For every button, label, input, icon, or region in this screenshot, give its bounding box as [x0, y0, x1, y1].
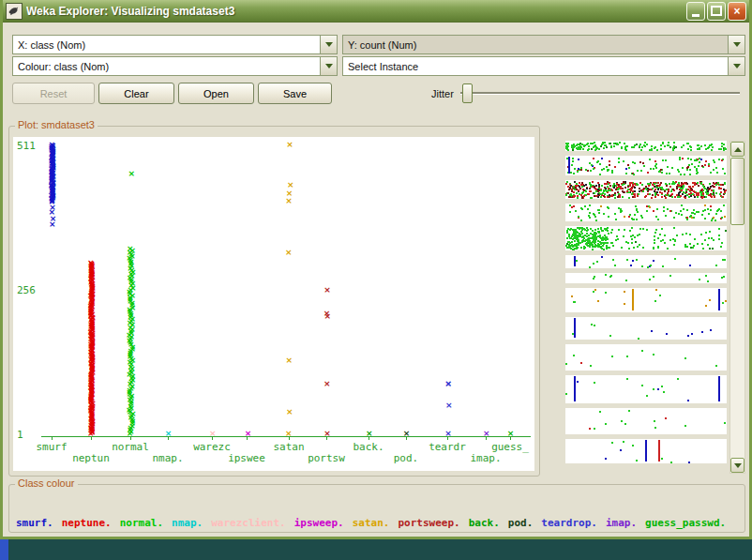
legend-class-label[interactable]: teardrop.	[541, 517, 597, 529]
legend-class-label[interactable]: smurf.	[16, 517, 53, 529]
attribute-strip[interactable]	[565, 288, 727, 312]
strip-tick	[718, 376, 720, 401]
legend-class-label[interactable]: guess_passwd.	[645, 517, 726, 529]
data-dot	[659, 234, 661, 235]
plot-marker: ×	[286, 408, 293, 416]
data-dot	[660, 144, 662, 146]
strip-tick	[568, 157, 570, 174]
save-button[interactable]: Save	[258, 83, 332, 104]
legend-class-label[interactable]: pod.	[508, 517, 534, 529]
data-dot	[720, 210, 722, 212]
data-dot	[589, 246, 591, 248]
data-dot	[682, 167, 684, 169]
clear-button[interactable]: Clear	[98, 83, 174, 104]
select-instance-dropdown-button[interactable]	[728, 57, 744, 75]
reset-button[interactable]: Reset	[12, 83, 95, 104]
jitter-slider-track[interactable]	[460, 92, 740, 95]
legend-class-label[interactable]: satan.	[353, 517, 390, 529]
taskbar[interactable]	[0, 539, 752, 560]
data-dot	[585, 184, 587, 186]
scrollbar-thumb[interactable]	[730, 158, 744, 225]
data-dot	[569, 242, 571, 244]
data-dot	[707, 280, 709, 282]
attribute-strip[interactable]	[565, 204, 727, 221]
data-dot	[673, 142, 675, 144]
attribute-strip[interactable]	[565, 180, 727, 199]
data-dot	[687, 335, 689, 337]
data-dot	[590, 197, 592, 199]
open-button[interactable]: Open	[178, 83, 254, 104]
attribute-strip[interactable]	[565, 375, 727, 403]
x-axis-tick-label: neptun	[64, 452, 118, 464]
legend-class-label[interactable]: normal.	[120, 517, 163, 529]
data-dot	[656, 149, 658, 151]
data-dot	[724, 422, 726, 424]
legend-class-label[interactable]: ipsweep.	[294, 517, 344, 529]
data-dot	[632, 235, 634, 236]
attribute-strip[interactable]	[565, 439, 727, 463]
data-dot	[684, 425, 686, 427]
data-dot	[612, 245, 614, 247]
attribute-strip[interactable]	[565, 226, 727, 250]
data-dot	[681, 214, 683, 216]
data-dot	[649, 279, 651, 280]
data-dot	[683, 185, 684, 187]
data-dot	[584, 247, 586, 249]
data-dot	[686, 219, 688, 220]
minimize-button[interactable]	[686, 2, 705, 21]
data-dot	[716, 172, 718, 174]
data-dot	[594, 325, 595, 326]
titlebar[interactable]: Weka Explorer: Visualizing smdataset3 ×	[3, 0, 749, 23]
select-instance-select[interactable]: Select Instance	[342, 56, 745, 76]
data-dot	[637, 184, 639, 186]
colour-attribute-select[interactable]: Colour: class (Nom)	[12, 56, 338, 76]
legend-class-label[interactable]: portsweep.	[398, 517, 459, 529]
data-dot	[600, 196, 602, 198]
data-dot	[718, 228, 720, 230]
x-attribute-select[interactable]: X: class (Nom)	[12, 35, 338, 54]
scroll-down-button[interactable]	[730, 458, 744, 473]
attribute-strip[interactable]	[565, 344, 727, 371]
legend-class-label[interactable]: back.	[469, 517, 500, 529]
attribute-panel-scrollbar[interactable]	[729, 141, 745, 474]
data-dot	[581, 240, 583, 242]
data-dot	[717, 182, 719, 184]
colour-attribute-dropdown-button[interactable]	[320, 57, 337, 75]
data-dot	[605, 229, 607, 231]
data-dot	[590, 170, 592, 172]
data-dot	[661, 192, 663, 194]
plot-canvas[interactable]: 5112561smurfneptunnormalnmap.warezcipswe…	[13, 137, 534, 471]
data-dot	[579, 193, 580, 195]
data-dot	[650, 168, 652, 170]
data-dot	[663, 210, 665, 212]
y-attribute-dropdown-button[interactable]	[728, 36, 744, 53]
data-dot	[621, 420, 623, 422]
data-dot	[663, 206, 665, 208]
data-dot	[698, 192, 699, 194]
jitter-slider-thumb[interactable]	[462, 83, 473, 103]
jitter-slider[interactable]	[460, 83, 740, 102]
attribute-strip[interactable]	[565, 255, 727, 268]
data-dot	[687, 158, 689, 159]
data-dot	[630, 265, 632, 266]
legend-class-label[interactable]: imap.	[606, 517, 637, 529]
x-attribute-dropdown-button[interactable]	[320, 36, 337, 53]
data-dot	[631, 238, 633, 240]
close-button[interactable]: ×	[728, 2, 746, 21]
legend-class-label[interactable]: warezclient.	[211, 517, 285, 529]
data-dot	[637, 246, 639, 248]
scroll-up-button[interactable]	[730, 142, 744, 157]
legend-class-label[interactable]: nmap.	[172, 517, 203, 529]
y-attribute-select[interactable]: Y: count (Num)	[342, 35, 745, 54]
attribute-strip[interactable]	[565, 156, 727, 175]
attribute-strip[interactable]	[565, 317, 727, 340]
data-dot	[700, 159, 702, 160]
legend-class-label[interactable]: neptune.	[62, 517, 112, 529]
attribute-strip[interactable]	[565, 273, 727, 283]
attribute-strip[interactable]	[565, 408, 727, 434]
data-dot	[614, 197, 616, 199]
attribute-strip[interactable]	[565, 141, 727, 151]
maximize-button[interactable]	[707, 2, 726, 21]
data-dot	[592, 186, 594, 188]
data-dot	[661, 228, 663, 230]
